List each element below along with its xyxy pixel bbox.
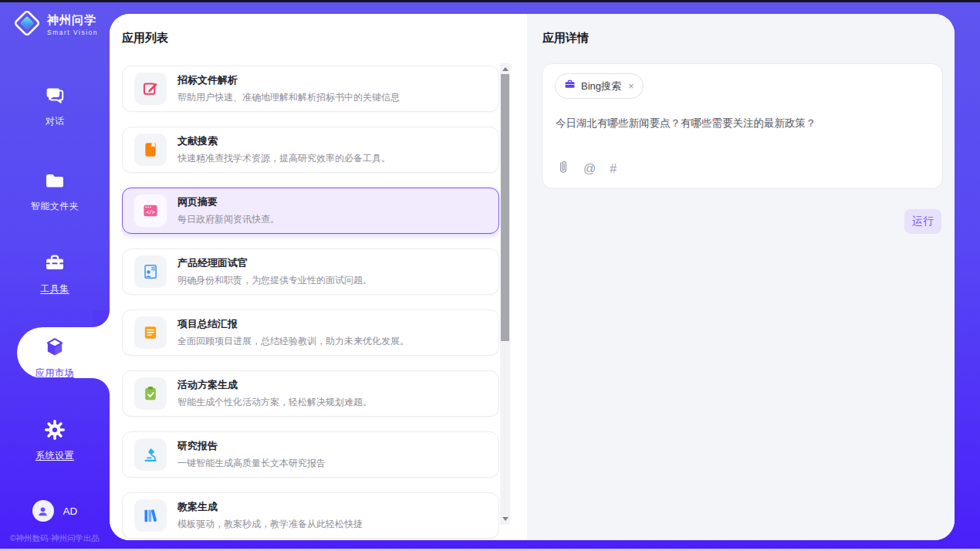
diamond-logo-icon: [12, 8, 42, 41]
bubble-top-notch: [93, 310, 110, 327]
app-list-title: 应用列表: [122, 31, 168, 46]
app-card-title: 网页摘要: [177, 195, 279, 209]
app-card-description: 模板驱动，教案秒成，教学准备从此轻松快捷: [177, 518, 363, 531]
sidebar-item-app-market[interactable]: 应用市场: [0, 336, 110, 380]
tool-chip-bing-search[interactable]: Bing搜索 ×: [555, 73, 644, 99]
main-content: 应用列表 招标文件解析 帮助用户快速、准确地理解和解析招标书中的关键信息: [110, 14, 955, 540]
interview-person-icon: [134, 255, 167, 288]
window-top-border: [0, 0, 980, 2]
document-edit-icon: [134, 73, 167, 105]
sidebar-footer-text: ©神州数码·神州问学出品: [0, 533, 110, 544]
sidebar-item-system-settings[interactable]: 系统设置: [0, 419, 110, 462]
microscope-icon: [134, 438, 167, 471]
app-card-lesson-plan[interactable]: 教案生成 模板驱动，教案秒成，教学准备从此轻松快捷: [122, 492, 499, 539]
app-card-title: 研究报告: [177, 439, 326, 453]
folder-icon: [44, 170, 66, 194]
app-list-panel: 应用列表 招标文件解析 帮助用户快速、准确地理解和解析招标书中的关键信息: [110, 14, 527, 540]
app-list-scrollbar[interactable]: [500, 63, 510, 525]
sidebar-item-label: 对话: [46, 115, 65, 128]
app-card-research-report[interactable]: 研究报告 一键智能生成高质量长文本研究报告: [122, 431, 499, 478]
sidebar-item-label: 应用市场: [35, 367, 74, 380]
toolbox-icon: [44, 252, 66, 277]
app-card-title: 教案生成: [177, 500, 363, 514]
sidebar-item-smart-folder[interactable]: 智能文件夹: [0, 170, 110, 213]
chat-icon: [44, 85, 66, 110]
scroll-down-arrow-icon[interactable]: [500, 514, 510, 524]
app-card-description: 帮助用户快速、准确地理解和解析招标书中的关键信息: [177, 91, 400, 104]
app-card-description: 全面回顾项目进展，总结经验教训，助力未来优化发展。: [177, 335, 409, 348]
svg-text:</>: </>: [146, 209, 155, 215]
gear-icon: [44, 419, 66, 444]
app-card-title: 招标文件解析: [177, 73, 400, 87]
sidebar-item-label: 智能文件夹: [31, 200, 79, 213]
sidebar-item-label: 系统设置: [35, 449, 74, 462]
app-card-description: 智能生成个性化活动方案，轻松解决规划难题。: [177, 396, 372, 409]
app-card-bid-document-analysis[interactable]: 招标文件解析 帮助用户快速、准确地理解和解析招标书中的关键信息: [122, 66, 499, 112]
avatar[interactable]: [32, 500, 54, 522]
books-icon: [134, 499, 167, 532]
mention-icon[interactable]: @: [583, 162, 596, 176]
chip-close-icon[interactable]: ×: [628, 81, 634, 91]
cube-icon: [44, 336, 66, 361]
app-detail-title: 应用详情: [542, 31, 589, 46]
app-card-project-summary[interactable]: 项目总结汇报 全面回顾项目进展，总结经验教训，助力未来优化发展。: [122, 309, 499, 356]
app-card-pm-interviewer[interactable]: 产品经理面试官 明确身份和职责，为您提供专业性的面试问题。: [122, 248, 499, 295]
sidebar-item-chat[interactable]: 对话: [0, 85, 110, 128]
app-card-description: 快速精准查找学术资源，提高研究效率的必备工具。: [177, 152, 390, 165]
sidebar-item-toolset[interactable]: 工具集: [0, 252, 110, 296]
app-card-description: 一键智能生成高质量长文本研究报告: [177, 457, 326, 470]
app-card-description: 明确身份和职责，为您提供专业性的面试问题。: [177, 274, 372, 287]
user-row[interactable]: AD: [0, 500, 110, 522]
bubble-bottom-notch: [93, 378, 110, 395]
app-card-literature-search[interactable]: 文献搜索 快速精准查找学术资源，提高研究效率的必备工具。: [122, 127, 499, 173]
briefcase-icon: [564, 79, 576, 93]
sidebar: 神州问学 Smart Vision 对话 智能文件夹: [0, 0, 110, 551]
app-list: 招标文件解析 帮助用户快速、准确地理解和解析招标书中的关键信息 文献搜索 快速精…: [122, 63, 499, 540]
query-text[interactable]: 今日湖北有哪些新闻要点？有哪些需要关注的最新政策？: [556, 117, 930, 130]
app-card-title: 产品经理面试官: [177, 256, 372, 270]
browser-code-icon: </>: [134, 194, 167, 227]
user-name: AD: [63, 505, 78, 517]
prompt-input-card[interactable]: Bing搜索 × 今日湖北有哪些新闻要点？有哪些需要关注的最新政策？ @ #: [542, 63, 943, 189]
app-card-description: 每日政府新闻资讯快查。: [177, 213, 279, 226]
app-card-title: 活动方案生成: [177, 378, 372, 392]
hash-icon[interactable]: #: [610, 162, 617, 176]
app-card-title: 文献搜索: [177, 134, 390, 148]
scrollbar-thumb[interactable]: [501, 74, 509, 341]
app-card-event-plan[interactable]: 活动方案生成 智能生成个性化活动方案，轻松解决规划难题。: [122, 370, 499, 417]
app-detail-panel: 应用详情 Bing搜索 × 今日湖北有哪些新闻要点？有哪些需要关注的最新政策？: [527, 14, 955, 540]
clipboard-check-icon: [134, 377, 167, 410]
book-icon: [134, 134, 167, 166]
scroll-up-arrow-icon[interactable]: [500, 64, 510, 74]
app-card-title: 项目总结汇报: [177, 317, 409, 331]
input-toolbar: @ #: [556, 160, 617, 178]
attachment-icon[interactable]: [556, 160, 569, 178]
tool-chip-label: Bing搜索: [581, 79, 621, 93]
note-icon: [134, 316, 167, 349]
brand-tagline: Smart Vision: [47, 29, 98, 36]
brand-name: 神州问学: [47, 13, 98, 28]
app-window: 应用列表 招标文件解析 帮助用户快速、准确地理解和解析招标书中的关键信息: [0, 0, 980, 551]
app-card-webpage-summary[interactable]: </> 网页摘要 每日政府新闻资讯快查。: [122, 188, 499, 234]
brand-logo: 神州问学 Smart Vision: [12, 8, 98, 41]
sidebar-item-label: 工具集: [40, 282, 69, 296]
run-button[interactable]: 运行: [904, 209, 941, 234]
